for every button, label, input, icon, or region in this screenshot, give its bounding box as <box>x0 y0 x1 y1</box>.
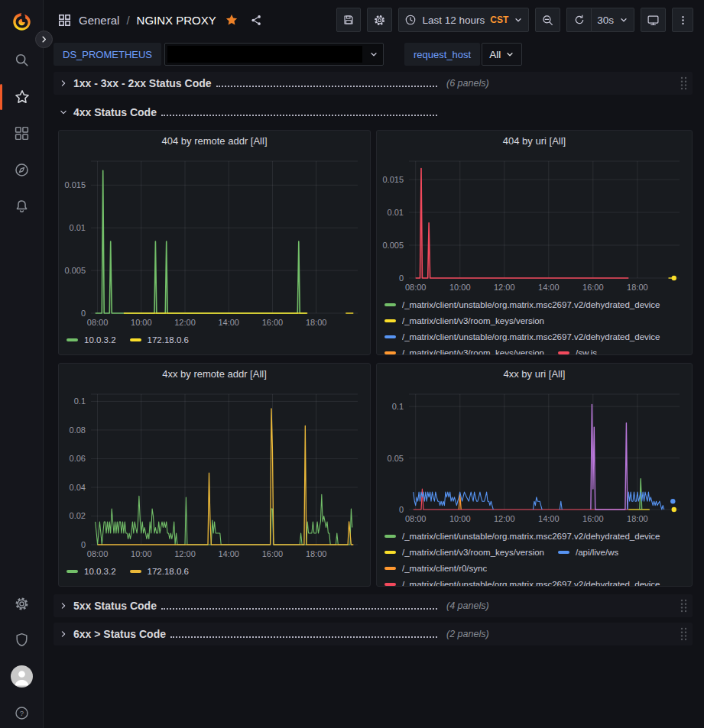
legend-swatch <box>558 351 569 354</box>
row-dots <box>216 86 437 87</box>
row-header-5xx[interactable]: 5xx Status Code (4 panels) <box>54 594 693 617</box>
legend-label: /_matrix/client/unstable/org.matrix.msc2… <box>402 300 660 309</box>
legend-item[interactable]: 10.0.3.2 <box>67 332 116 348</box>
legend-label: /_matrix/client/unstable/org.matrix.msc2… <box>402 532 660 541</box>
svg-text:16:00: 16:00 <box>262 549 284 558</box>
svg-text:12:00: 12:00 <box>174 318 196 327</box>
legend-swatch <box>384 319 396 322</box>
chevron-right-icon <box>60 630 67 638</box>
svg-text:0: 0 <box>399 505 404 514</box>
panel-4xx-by-uri: 4xx by uri [All] 00.050.108:0010:0012:00… <box>376 363 693 587</box>
svg-text:0: 0 <box>399 273 404 283</box>
legend-swatch <box>384 567 396 570</box>
svg-text:18:00: 18:00 <box>627 283 648 292</box>
sidebar-item-alerting[interactable] <box>0 191 44 222</box>
row-title: 1xx - 3xx - 2xx Status Code <box>73 77 212 89</box>
chart-legend: 10.0.3.2172.18.0.6 <box>59 563 370 586</box>
chart-404-by-remote-addr[interactable]: 00.0050.010.01508:0010:0012:0014:0016:00… <box>59 151 370 332</box>
svg-text:10:00: 10:00 <box>131 549 152 558</box>
row-header-4xx[interactable]: 4xx Status Code <box>54 101 693 124</box>
svg-text:0: 0 <box>81 540 86 549</box>
help-icon: ? <box>14 705 30 721</box>
legend-swatch <box>384 551 396 554</box>
legend-label: /_matrix/client/v3/room_keys/version <box>402 548 544 557</box>
legend-item[interactable]: /_matrix/client/v3/room_keys/version <box>384 345 544 354</box>
compass-icon <box>14 162 30 178</box>
svg-text:10:00: 10:00 <box>449 514 471 523</box>
sidebar-item-starred[interactable] <box>0 82 44 112</box>
dashboards-icon <box>14 125 30 141</box>
row-dots <box>161 115 437 116</box>
panel-4xx-by-remote-addr: 4xx by remote addr [All] 00.020.040.060.… <box>58 363 371 587</box>
legend-swatch <box>384 303 396 306</box>
legend-item[interactable]: 10.0.3.2 <box>67 563 116 579</box>
legend-label: 172.18.0.6 <box>148 335 189 345</box>
sidebar-item-explore[interactable] <box>0 154 44 185</box>
chart-4xx-by-remote-addr[interactable]: 00.020.040.060.080.108:0010:0012:0014:00… <box>59 384 370 563</box>
svg-text:0: 0 <box>81 309 86 318</box>
person-icon <box>11 665 33 688</box>
row-dots <box>170 636 437 638</box>
sidebar-item-help[interactable]: ? <box>0 697 44 728</box>
svg-text:0.015: 0.015 <box>382 175 404 184</box>
legend-item[interactable]: /_matrix/client/r0/sync <box>384 560 487 576</box>
sidebar-item-configuration[interactable] <box>0 588 44 619</box>
row-drag-handle[interactable] <box>680 626 688 642</box>
svg-text:16:00: 16:00 <box>582 514 604 523</box>
legend-swatch <box>384 535 396 538</box>
legend-item[interactable]: /_matrix/client/unstable/org.matrix.msc2… <box>384 328 660 345</box>
chart-4xx-by-uri[interactable]: 00.050.108:0010:0012:0014:0016:0018:00 <box>377 384 692 528</box>
legend-label: 10.0.3.2 <box>84 567 116 576</box>
active-section-indicator <box>0 84 2 110</box>
legend-item[interactable]: 172.18.0.6 <box>130 332 189 348</box>
legend-swatch <box>384 335 396 338</box>
svg-text:12:00: 12:00 <box>174 549 196 558</box>
panel-title[interactable]: 404 by uri [All] <box>377 131 692 151</box>
legend-label: 10.0.3.2 <box>84 335 116 345</box>
grafana-logo[interactable] <box>0 6 44 37</box>
row-drag-handle[interactable] <box>680 598 688 613</box>
legend-swatch <box>130 570 141 573</box>
svg-text:0.01: 0.01 <box>388 208 404 217</box>
sidebar-expand-button[interactable] <box>35 31 53 48</box>
row-header-6xx[interactable]: 6xx > Status Code (2 panels) <box>54 623 693 645</box>
row-title: 6xx > Status Code <box>73 628 166 640</box>
svg-text:08:00: 08:00 <box>405 514 427 523</box>
legend-item[interactable]: /_matrix/client/unstable/org.matrix.msc2… <box>384 576 660 586</box>
chevron-down-icon <box>60 108 67 116</box>
sidebar-item-profile[interactable] <box>0 661 44 691</box>
row-panel-count: (4 panels) <box>446 600 489 611</box>
sidebar-item-server-admin[interactable] <box>0 624 44 655</box>
svg-text:0.06: 0.06 <box>70 454 86 463</box>
svg-text:08:00: 08:00 <box>87 549 109 558</box>
svg-text:0.015: 0.015 <box>64 180 86 189</box>
chart-legend: 10.0.3.2172.18.0.6 <box>59 332 370 354</box>
panel-title[interactable]: 4xx by uri [All] <box>377 364 692 384</box>
svg-text:0.04: 0.04 <box>70 483 86 492</box>
svg-text:10:00: 10:00 <box>131 318 152 327</box>
svg-text:14:00: 14:00 <box>538 514 560 523</box>
legend-item[interactable]: /_matrix/client/unstable/org.matrix.msc2… <box>384 296 660 312</box>
svg-text:0.05: 0.05 <box>388 454 404 463</box>
legend-item[interactable]: /_matrix/client/v3/room_keys/version <box>384 312 544 328</box>
legend-swatch <box>67 338 78 341</box>
row-header-1xx-3xx-2xx[interactable]: 1xx - 3xx - 2xx Status Code (6 panels) <box>54 72 693 95</box>
svg-text:0.005: 0.005 <box>64 266 86 275</box>
legend-item[interactable]: /_matrix/client/v3/room_keys/version <box>384 544 544 560</box>
legend-item[interactable]: 172.18.0.6 <box>130 563 189 579</box>
panel-title[interactable]: 4xx by remote addr [All] <box>59 364 370 384</box>
sidebar-item-search[interactable] <box>0 44 44 75</box>
panel-title[interactable]: 404 by remote addr [All] <box>59 131 370 151</box>
legend-item[interactable]: /sw.js <box>558 345 597 354</box>
legend-item[interactable]: /_matrix/client/unstable/org.matrix.msc2… <box>384 528 660 544</box>
sidebar: ? <box>0 0 44 728</box>
chart-404-by-uri[interactable]: 00.0050.010.01508:0010:0012:0014:0016:00… <box>377 151 692 296</box>
sidebar-item-dashboards[interactable] <box>0 118 44 148</box>
search-icon <box>14 52 30 68</box>
row-drag-handle[interactable] <box>680 76 688 91</box>
panel-404-by-remote-addr: 404 by remote addr [All] 00.0050.010.015… <box>58 130 371 355</box>
svg-text:0.1: 0.1 <box>74 396 86 406</box>
svg-text:14:00: 14:00 <box>538 283 560 292</box>
legend-item[interactable]: /api/live/ws <box>558 544 618 560</box>
svg-text:16:00: 16:00 <box>582 283 604 292</box>
